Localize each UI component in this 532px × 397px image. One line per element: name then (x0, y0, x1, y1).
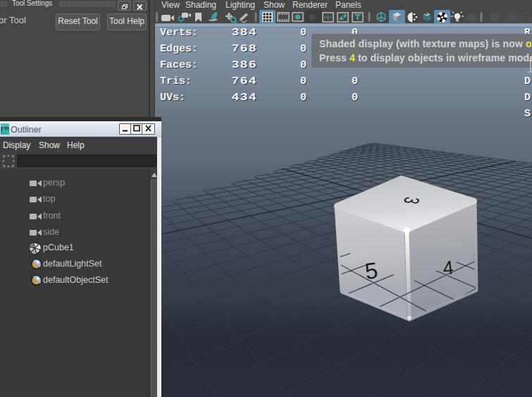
svg-text:4: 4 (442, 257, 454, 279)
